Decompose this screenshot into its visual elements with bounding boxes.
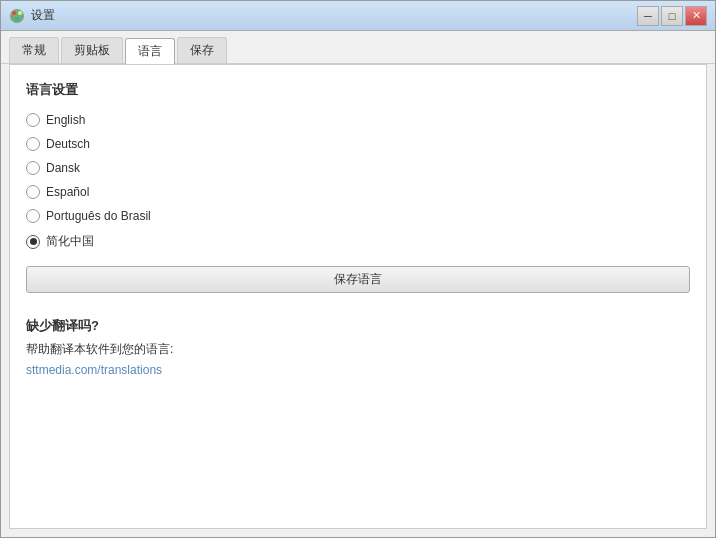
svg-point-1 (12, 11, 16, 15)
window-icon (9, 8, 25, 24)
save-language-button[interactable]: 保存语言 (26, 266, 690, 293)
svg-point-2 (18, 11, 22, 15)
language-option-dansk[interactable]: Dansk (26, 161, 690, 175)
label-chinese: 简化中国 (46, 233, 94, 250)
minimize-button[interactable]: ─ (637, 6, 659, 26)
restore-button[interactable]: □ (661, 6, 683, 26)
tabs-bar: 常规 剪贴板 语言 保存 (1, 31, 715, 64)
label-english: English (46, 113, 85, 127)
settings-window: 设置 ─ □ ✕ 常规 剪贴板 语言 保存 语言设置 English Deuts… (0, 0, 716, 538)
language-option-deutsch[interactable]: Deutsch (26, 137, 690, 151)
tab-clipboard[interactable]: 剪贴板 (61, 37, 123, 63)
label-deutsch: Deutsch (46, 137, 90, 151)
svg-point-3 (15, 17, 19, 21)
translation-link[interactable]: sttmedia.com/translations (26, 363, 162, 377)
tab-save[interactable]: 保存 (177, 37, 227, 63)
language-option-portuguese[interactable]: Português do Brasil (26, 209, 690, 223)
missing-title: 缺少翻译吗? (26, 317, 690, 335)
radio-deutsch[interactable] (26, 137, 40, 151)
radio-espanol[interactable] (26, 185, 40, 199)
tab-general[interactable]: 常规 (9, 37, 59, 63)
label-dansk: Dansk (46, 161, 80, 175)
radio-dansk[interactable] (26, 161, 40, 175)
close-button[interactable]: ✕ (685, 6, 707, 26)
radio-portuguese[interactable] (26, 209, 40, 223)
window-title: 设置 (31, 7, 55, 24)
label-espanol: Español (46, 185, 89, 199)
section-title: 语言设置 (26, 81, 690, 99)
language-option-chinese[interactable]: 简化中国 (26, 233, 690, 250)
tab-language[interactable]: 语言 (125, 38, 175, 64)
missing-section: 缺少翻译吗? 帮助翻译本软件到您的语言: sttmedia.com/transl… (26, 317, 690, 377)
missing-desc: 帮助翻译本软件到您的语言: (26, 341, 690, 358)
title-bar-left: 设置 (9, 7, 55, 24)
title-bar: 设置 ─ □ ✕ (1, 1, 715, 31)
radio-english[interactable] (26, 113, 40, 127)
radio-chinese[interactable] (26, 235, 40, 249)
label-portuguese: Português do Brasil (46, 209, 151, 223)
language-radio-group: English Deutsch Dansk Español Português … (26, 113, 690, 250)
window-controls: ─ □ ✕ (637, 6, 707, 26)
language-option-english[interactable]: English (26, 113, 690, 127)
content-area: 语言设置 English Deutsch Dansk Español Portu… (9, 64, 707, 529)
language-option-espanol[interactable]: Español (26, 185, 690, 199)
